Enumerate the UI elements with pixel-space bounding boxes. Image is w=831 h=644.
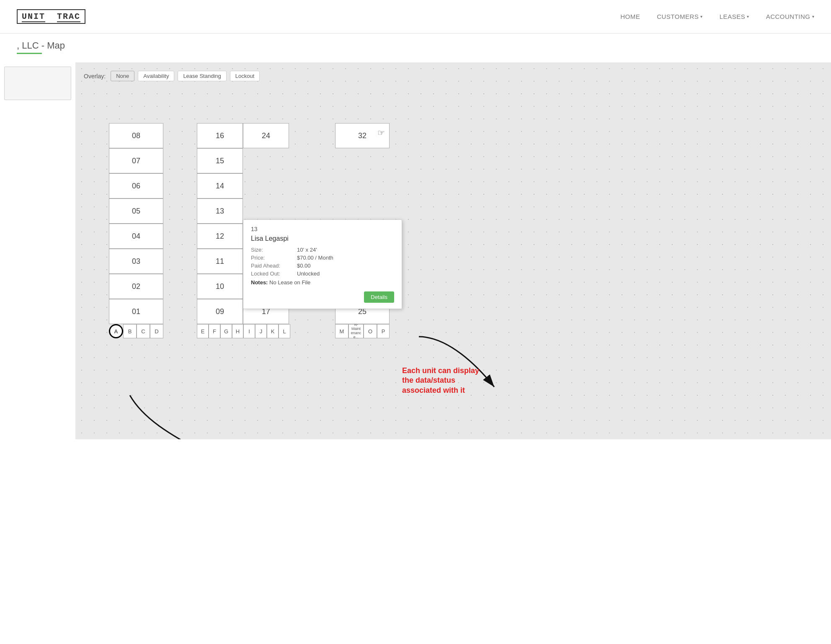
gap-b3-1 — [335, 148, 390, 173]
col-label-I: I — [243, 324, 255, 338]
unit-13-left[interactable]: 13 — [197, 198, 243, 224]
col-label-J: J — [255, 324, 267, 338]
main-content: Overlay: None Availability Lease Standin… — [0, 54, 831, 439]
tooltip-notes-value: No Lease on File — [269, 279, 310, 286]
unit-04[interactable]: 04 — [109, 224, 163, 249]
nav-leases[interactable]: LEASES ▾ — [720, 13, 749, 20]
cursor-icon: ☞ — [377, 128, 385, 138]
col-label-K: K — [267, 324, 279, 338]
overlay-lease-standing[interactable]: Lease Standing — [178, 71, 226, 81]
nav-customers[interactable]: CUSTOMERS ▾ — [657, 13, 703, 20]
unit-02[interactable]: 02 — [109, 274, 163, 299]
overlay-none[interactable]: None — [111, 71, 134, 81]
tooltip-size-row: Size: 10' x 24' — [251, 247, 394, 253]
nav-home[interactable]: HOME — [620, 13, 640, 20]
breadcrumb-area: , LLC - Map — [0, 33, 831, 54]
col-label-L: L — [279, 324, 290, 338]
col-label-M: M — [335, 324, 348, 338]
unit-24[interactable]: 24 — [243, 123, 289, 148]
map-area: Overlay: None Availability Lease Standin… — [75, 62, 831, 439]
tooltip-size-label: Size: — [251, 247, 297, 253]
col-label-D: D — [150, 324, 163, 338]
col-label-H: H — [232, 324, 243, 338]
tooltip-locked-row: Locked Out: Unlocked — [251, 270, 394, 277]
col-label-A: A — [109, 324, 123, 338]
tooltip-paid-label: Paid Ahead: — [251, 263, 297, 269]
tooltip-price-row: Price: $70.00 / Month — [251, 255, 394, 261]
tooltip-price-label: Price: — [251, 255, 297, 261]
col-label-E: E — [197, 324, 209, 338]
accounting-chevron: ▾ — [812, 14, 815, 19]
overlay-lockout[interactable]: Lockout — [230, 71, 260, 81]
tooltip-size-value: 10' x 24' — [297, 247, 317, 253]
unit-11[interactable]: 11 — [197, 249, 243, 274]
unit-16[interactable]: 16 — [197, 123, 243, 148]
unit-12[interactable]: 12 — [197, 224, 243, 249]
logo: UNIT TRAC — [17, 9, 85, 24]
nav-accounting[interactable]: ACCOUNTING ▾ — [766, 13, 814, 20]
sidebar-box — [4, 67, 71, 100]
units-canvas: 08 07 06 05 04 03 02 01 A B C D — [84, 90, 823, 425]
unit-07[interactable]: 07 — [109, 148, 163, 173]
col-label-N: N-Maintenance... — [348, 324, 364, 338]
annotation-right: Each unit can displaythe data/statusasso… — [402, 366, 511, 395]
overlay-bar: Overlay: None Availability Lease Standin… — [84, 71, 823, 81]
tooltip-locked-value: Unlocked — [297, 270, 320, 277]
unit-01[interactable]: 01 — [109, 299, 163, 324]
tooltip-tenant-name: Lisa Legaspi — [251, 235, 394, 242]
unit-14[interactable]: 14 — [197, 173, 243, 198]
tooltip-notes: Notes: No Lease on File — [251, 279, 394, 286]
customers-chevron: ▾ — [700, 14, 703, 19]
unit-09[interactable]: 09 — [197, 299, 243, 324]
tooltip-price-value: $70.00 / Month — [297, 255, 333, 261]
overlay-availability[interactable]: Availability — [138, 71, 174, 81]
col-label-O: O — [364, 324, 377, 338]
col-label-G: G — [220, 324, 232, 338]
unit-05[interactable]: 05 — [109, 198, 163, 224]
tooltip-notes-label: Notes: — [251, 279, 269, 286]
gap-b3-2 — [335, 173, 390, 198]
unit-32[interactable]: 32 ☞ — [335, 123, 390, 148]
main-nav: HOME CUSTOMERS ▾ LEASES ▾ ACCOUNTING ▾ — [620, 13, 814, 20]
unit-10[interactable]: 10 — [197, 274, 243, 299]
tooltip-unit-number: 13 — [251, 226, 394, 232]
col-label-B: B — [123, 324, 137, 338]
tooltip-paid-ahead-row: Paid Ahead: $0.00 — [251, 263, 394, 269]
tooltip-locked-label: Locked Out: — [251, 270, 297, 277]
page-title: , LLC - Map — [17, 40, 814, 51]
sidebar — [0, 62, 75, 439]
unit-08[interactable]: 08 — [109, 123, 163, 148]
details-button[interactable]: Details — [364, 291, 394, 303]
col-label-F: F — [209, 324, 220, 338]
building-1: 08 07 06 05 04 03 02 01 A B C D — [109, 123, 163, 338]
unit-tooltip: 13 Lisa Legaspi Size: 10' x 24' Price: $… — [243, 219, 402, 309]
unit-06[interactable]: 06 — [109, 173, 163, 198]
leases-chevron: ▾ — [747, 14, 749, 19]
arrow-bottom — [121, 391, 239, 439]
col-label-C: C — [137, 324, 150, 338]
unit-gap-1 — [243, 148, 289, 173]
overlay-label: Overlay: — [84, 73, 106, 80]
unit-03[interactable]: 03 — [109, 249, 163, 274]
tooltip-paid-value: $0.00 — [297, 263, 311, 269]
unit-15[interactable]: 15 — [197, 148, 243, 173]
header: UNIT TRAC HOME CUSTOMERS ▾ LEASES ▾ ACCO… — [0, 0, 831, 33]
unit-gap-2 — [243, 173, 289, 198]
